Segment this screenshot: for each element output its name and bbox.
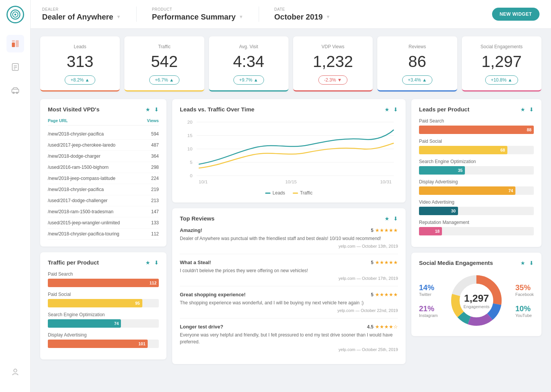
leads-traffic-title: Leads vs. Traffic Over Time: [180, 106, 254, 113]
chart-download-icon[interactable]: ⬇: [393, 106, 398, 113]
most-visited-star-icon[interactable]: ★: [145, 106, 150, 113]
date-chevron-icon[interactable]: ▼: [326, 14, 331, 20]
content-area: Leads 313 +8.2% ▲ Traffic 542 +6.7% ▲ Av…: [31, 29, 551, 392]
list-item: Search Engine Optimization 35: [419, 159, 534, 175]
sidebar: [0, 0, 31, 392]
svg-text:10: 10: [187, 147, 192, 151]
social-download-icon[interactable]: ⬇: [529, 260, 534, 266]
list-item: Paid Social 95: [48, 292, 159, 307]
sidebar-item-vehicles[interactable]: [7, 82, 24, 99]
bar-fill: 18: [419, 227, 442, 235]
bar-fill: 74: [419, 186, 515, 195]
vpd-views: 213: [151, 198, 159, 203]
app-logo[interactable]: [7, 6, 24, 23]
table-row: /new/2018-chrysler-pacifica-touring 112: [48, 229, 159, 240]
sidebar-item-user[interactable]: [7, 363, 24, 381]
table-row: /new/2018-ram-1500-tradesman 147: [48, 206, 159, 217]
vpd-url: /used/2015-jeep-wrangler-unlimited: [48, 220, 120, 225]
stars-icon: ★★★★★: [375, 260, 398, 265]
kpi-badge[interactable]: +6.7% ▲: [149, 75, 180, 85]
sidebar-item-dashboard[interactable]: [7, 35, 24, 52]
product-chevron-icon[interactable]: ▼: [239, 14, 243, 20]
new-widget-button[interactable]: NEW WIDGET: [492, 8, 540, 21]
kpi-card-leads: Leads 313 +8.2% ▲: [40, 36, 120, 91]
kpi-card-social-engagements: Social Engagements 1,297 +10.8% ▲: [462, 36, 541, 91]
bar-fill: 88: [419, 126, 534, 134]
reviews-download-icon[interactable]: ⬇: [393, 216, 398, 222]
list-item: Reputation Management 18: [419, 220, 534, 235]
leads-per-product-star-icon[interactable]: ★: [520, 106, 525, 113]
kpi-value: 1,297: [468, 52, 536, 71]
review-source: yelp.com — October 13th, 2019: [180, 244, 398, 248]
kpi-label: Leads: [46, 44, 114, 49]
kpi-badge[interactable]: +8.2% ▲: [65, 75, 95, 85]
most-visited-download-icon[interactable]: ⬇: [154, 106, 159, 113]
vpd-url: /used/2017-jeep-cherokee-laredo: [48, 142, 116, 148]
bar-fill: 68: [419, 146, 507, 154]
bar-value: 74: [114, 321, 119, 326]
list-item: Paid Search 88: [419, 118, 534, 134]
kpi-value: 4:34: [215, 52, 283, 71]
review-rating: 4.5: [367, 324, 373, 330]
kpi-badge[interactable]: +3.4% ▲: [402, 75, 433, 85]
bar-value: 30: [451, 209, 456, 213]
kpi-badge[interactable]: +10.8% ▲: [485, 75, 518, 85]
list-item: Display Advertising 74: [419, 179, 534, 195]
social-star-icon[interactable]: ★: [520, 260, 525, 266]
svg-text:20: 20: [187, 120, 192, 124]
kpi-value: 542: [130, 52, 198, 71]
reviews-star-icon[interactable]: ★: [385, 216, 390, 222]
kpi-value: 1,232: [299, 52, 367, 71]
chart-star-icon[interactable]: ★: [385, 106, 390, 113]
review-stars: 5 ★★★★★: [371, 260, 398, 265]
kpi-value: 86: [383, 52, 451, 71]
traffic-per-product-title: Traffic per Product: [48, 259, 99, 266]
review-text: Everyone was very helpful and friendly, …: [180, 332, 398, 345]
content-grid: Most Visited VPD's ★ ⬇ Page URL Views: [40, 99, 541, 364]
product-label: PRODUCT: [152, 7, 243, 11]
bar-track: 88: [419, 126, 534, 134]
vpd-views: 487: [151, 142, 159, 148]
donut-svg: [448, 272, 505, 329]
review-text: I couldn't beleive the prices they were …: [180, 267, 398, 274]
svg-point-2: [14, 14, 16, 16]
vpd-views: 112: [151, 231, 159, 237]
table-row: /new/2018-jeep-compass-latitude 224: [48, 173, 159, 184]
twitter-pct: 14%: [419, 283, 438, 292]
kpi-label: Traffic: [130, 44, 198, 49]
date-section: DATE October 2019 ▼: [274, 7, 343, 21]
dealer-chevron-icon[interactable]: ▼: [116, 14, 121, 20]
header: DEALER Dealer of Anywhere ▼ PRODUCT Perf…: [31, 0, 551, 29]
vpd-views-header: Views: [147, 118, 159, 123]
leads-traffic-svg: 20 15 10 5 0 10/1 10/15 10/31: [180, 118, 398, 187]
leads-per-product-download-icon[interactable]: ⬇: [529, 106, 534, 113]
bar-track: 74: [419, 186, 534, 195]
social-media-widget: Social Media Engagements ★ ⬇ 14% Twitter: [411, 253, 541, 336]
legend-leads-label: Leads: [272, 190, 285, 196]
review-stars: 4.5 ★★★★☆: [367, 324, 398, 330]
stars-icon: ★★★★★: [375, 227, 398, 233]
product-value: Performance Summary: [152, 13, 236, 21]
sidebar-item-reports[interactable]: [7, 58, 24, 76]
traffic-star-icon[interactable]: ★: [145, 260, 150, 266]
svg-point-13: [14, 369, 17, 372]
review-source: yelp.com — October 17th, 2019: [180, 276, 398, 281]
most-visited-title: Most Visited VPD's: [48, 106, 99, 113]
vpd-views: 298: [151, 165, 159, 170]
kpi-label: Avg. Visit: [215, 44, 283, 49]
kpi-badge[interactable]: +9.7% ▲: [233, 75, 264, 85]
kpi-card-reviews: Reviews 86 +3.4% ▲: [377, 36, 457, 91]
bar-fill: 30: [419, 207, 458, 215]
list-item: Amazing! 5 ★★★★★ Dealer of Anywhere was …: [180, 227, 398, 254]
traffic-download-icon[interactable]: ⬇: [154, 260, 159, 266]
youtube-legend: 10% YouTube: [515, 304, 534, 318]
review-title: Great shopping experience!: [180, 292, 246, 297]
reviews-list: Amazing! 5 ★★★★★ Dealer of Anywhere was …: [180, 227, 398, 357]
vpd-views: 594: [151, 131, 159, 137]
svg-text:10/1: 10/1: [199, 180, 207, 184]
bar-value: 112: [150, 281, 156, 285]
vpd-url-header: Page URL: [48, 118, 68, 123]
kpi-badge[interactable]: -2.3% ▼: [318, 75, 348, 85]
product-section: PRODUCT Performance Summary ▼: [152, 7, 243, 21]
bar-fill: 112: [48, 279, 159, 287]
